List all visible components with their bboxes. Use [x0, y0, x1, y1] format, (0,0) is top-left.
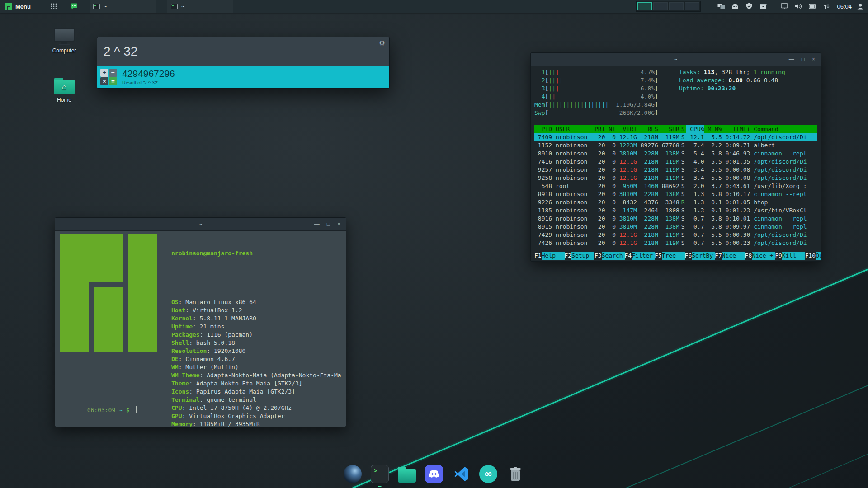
fkey-f9[interactable]: F9Kill [775, 252, 805, 260]
htop-body[interactable]: 1[|||4.7%] 2[||||7.4%] 3[|||6.8%] 4[||4.… [531, 66, 821, 261]
dock-item-trash[interactable] [506, 465, 525, 483]
fkey-f8[interactable]: F8Nice + [745, 252, 775, 260]
bracket: ] [655, 93, 658, 100]
running-indicator [378, 486, 382, 487]
albert-result-item[interactable]: +−×= 4294967296 Result of '2 ^ 32' [97, 66, 389, 88]
dock-item-files[interactable] [397, 465, 416, 483]
column-header-cmd[interactable]: Command [750, 125, 817, 133]
desktop-icon-home[interactable]: ⌂ Home [43, 78, 85, 103]
settings-gear-icon[interactable]: ⚙ [379, 39, 385, 47]
desktop-icon-computer[interactable]: Computer [43, 28, 85, 54]
menu-button[interactable]: Menu [4, 0, 35, 13]
dock-item-discord[interactable] [425, 465, 443, 483]
field-value: : gnome-terminal [200, 396, 256, 403]
field-label: OS [171, 299, 179, 305]
fkey-f3[interactable]: F3Search [594, 252, 625, 260]
fkey-f4[interactable]: F4Filter [625, 252, 655, 260]
workspace-cell-1[interactable] [637, 2, 652, 10]
panel-clock[interactable]: 06:04 [837, 3, 852, 10]
fkey-f7[interactable]: F7Nice - [715, 252, 745, 260]
process-row[interactable]: 8918nrobinson2003810M228M138MS1.35.80:10… [534, 190, 817, 198]
fkey-label: Setup [571, 252, 594, 260]
column-header-s[interactable]: S [679, 125, 687, 133]
workspace-cell-2[interactable] [653, 2, 668, 10]
neofetch-field: Icons: Papirus-Adapta-Maia [GTK2/3] [171, 388, 341, 396]
volume-icon[interactable] [794, 2, 802, 10]
discord-icon[interactable] [731, 2, 739, 10]
minimize-button[interactable]: — [314, 218, 320, 230]
process-row[interactable]: 9258nrobinson20012.1G218M119MS3.45.50:00… [534, 174, 817, 182]
process-row[interactable]: 1152nrobinson2001223M8927667768S7.42.20:… [534, 141, 817, 150]
chat-launcher-icon[interactable] [67, 0, 81, 13]
terminal-titlebar[interactable]: ~ — □ × [55, 218, 346, 231]
bracket: ] [655, 101, 658, 108]
meter-label: 1 [534, 69, 545, 75]
process-row[interactable]: 7409nrobinson20012.1G218M119MS12.15.50:1… [534, 133, 817, 141]
htop-titlebar[interactable]: ~ — □ × [531, 53, 821, 66]
minimize-button[interactable]: — [789, 53, 794, 66]
column-header-ni[interactable]: NI [605, 125, 616, 133]
fkey-f1[interactable]: F1Help [534, 252, 565, 260]
process-row[interactable]: 1185nrobinson200147M24641808S1.30.10:01.… [534, 206, 817, 215]
screen-icon[interactable] [780, 2, 788, 10]
field-value: : 5.8.11-1-MANJARO [193, 315, 256, 322]
menu-label: Menu [15, 3, 31, 10]
workspace-cell-3[interactable] [669, 2, 684, 10]
apps-grid-icon[interactable] [47, 0, 61, 13]
battery-icon[interactable] [808, 2, 816, 10]
fkey-f10[interactable]: F10Quit [805, 252, 821, 260]
process-row[interactable]: 8910nrobinson2003810M228M138MS5.45.80:46… [534, 150, 817, 158]
htop-summary: Tasks: 113, 328 thr; 1 running Load aver… [679, 68, 785, 93]
bracket: ] [655, 69, 658, 75]
column-header-user[interactable]: USER [552, 125, 591, 133]
column-header-virt[interactable]: VIRT [616, 125, 637, 133]
maximize-button[interactable]: □ [327, 218, 330, 230]
process-row[interactable]: 548root200950M146M88692S2.03.70:43.61/us… [534, 182, 817, 190]
dock-item-terminal[interactable] [370, 465, 389, 483]
panel-window-button[interactable]: ~ [90, 0, 156, 13]
column-header-cpu[interactable]: CPU% [686, 125, 704, 133]
meter-bar: ||4.0% [548, 93, 655, 101]
trash-icon [509, 466, 522, 482]
dock-item-vscode[interactable] [452, 465, 471, 483]
process-row[interactable]: 9257nrobinson20012.1G218M119MS3.45.50:00… [534, 166, 817, 174]
prompt-path: ~ [115, 407, 126, 413]
fkey-f5[interactable]: F5Tree [655, 252, 685, 260]
shield-icon[interactable] [745, 2, 753, 10]
process-row[interactable]: 9226nrobinson200843243763348R1.30.10:01.… [534, 198, 817, 206]
process-row[interactable]: 8916nrobinson2003810M228M138MS0.75.80:10… [534, 215, 817, 223]
fkey-f2[interactable]: F2Setup [565, 252, 595, 260]
column-header-pid[interactable]: PID [534, 125, 552, 133]
package-icon[interactable] [759, 2, 767, 10]
column-header-pri[interactable]: PRI [591, 125, 605, 133]
fkey-f6[interactable]: F6SortBy [685, 252, 715, 260]
calc-tile-2: × [100, 77, 108, 85]
network-icon[interactable] [822, 2, 830, 10]
close-button[interactable]: × [337, 218, 340, 230]
workspace-cell-4[interactable] [685, 2, 699, 10]
user-icon[interactable] [857, 3, 863, 10]
process-row[interactable]: 8915nrobinson2003810M228M138MS0.75.80:09… [534, 223, 817, 231]
process-row[interactable]: 7429nrobinson20012.1G218M119MS0.75.50:00… [534, 231, 817, 239]
meter-value: 4.7% [641, 68, 655, 76]
bracket: ] [655, 85, 658, 92]
dock-item-web[interactable]: ∞ [479, 465, 498, 483]
process-row[interactable]: 7416nrobinson20012.1G218M119MS4.05.50:01… [534, 158, 817, 166]
terminal-body[interactable]: nrobinson@manjaro-fresh ----------------… [55, 230, 346, 427]
field-value: : Intel i7-8750H (4) @ 2.207GHz [182, 404, 292, 411]
dock-item-browser[interactable] [343, 465, 362, 483]
field-label: WM [171, 364, 179, 371]
albert-input[interactable]: 2 ^ 32 ⚙ [97, 37, 389, 66]
displays-icon[interactable] [717, 2, 725, 10]
column-header-mem[interactable]: MEM% [704, 125, 722, 133]
calc-icon: +−×= [100, 69, 117, 85]
column-header-time[interactable]: TIME+ [722, 125, 750, 133]
process-row[interactable]: 7426nrobinson20012.1G218M119MS0.75.50:00… [534, 239, 817, 247]
column-header-shr[interactable]: SHR [658, 125, 679, 133]
meter-value: 1.19G/3.84G [616, 101, 655, 109]
maximize-button[interactable]: □ [802, 53, 805, 66]
prompt-symbol: $ [126, 407, 130, 413]
panel-window-button[interactable]: ~ [167, 0, 233, 13]
close-button[interactable]: × [812, 53, 815, 66]
column-header-res[interactable]: RES [637, 125, 658, 133]
